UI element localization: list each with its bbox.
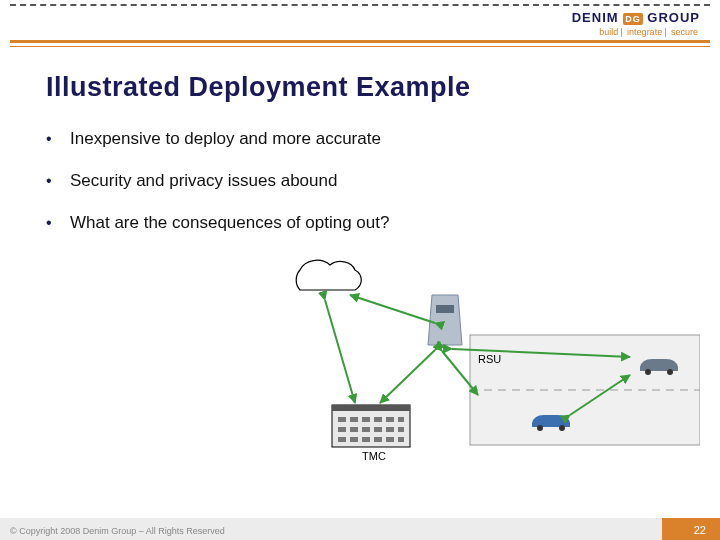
svg-rect-6 [436,305,454,313]
brand-right: GROUP [647,10,700,25]
rsu-icon [428,295,462,345]
rsu-label: RSU [478,353,501,365]
orange-rule-thick [10,40,710,43]
slide-header: DENIM DG GROUP build| integrate| secure [0,0,720,58]
svg-rect-13 [386,417,394,422]
copyright-text: © Copyright 2008 Denim Group – All Right… [10,526,225,536]
svg-rect-17 [362,427,370,432]
page-number: 22 [694,524,706,536]
bullet-icon: • [46,128,56,150]
list-item: • Security and privacy issues abound [46,170,680,192]
svg-rect-24 [374,437,382,442]
brand-block: DENIM DG GROUP build| integrate| secure [572,10,700,37]
slide-footer: © Copyright 2008 Denim Group – All Right… [0,518,720,540]
svg-rect-12 [374,417,382,422]
svg-point-2 [645,369,651,375]
svg-point-4 [559,425,565,431]
link-arrow [350,295,435,323]
list-item: • What are the consequences of opting ou… [46,212,680,234]
tag-integrate: integrate [625,27,664,37]
bullet-list: • Inexpensive to deploy and more accurat… [46,128,680,254]
list-item: • Inexpensive to deploy and more accurat… [46,128,680,150]
cloud-icon [296,260,361,290]
bullet-icon: • [46,170,56,192]
svg-point-5 [537,425,543,431]
svg-rect-9 [338,417,346,422]
link-arrow [380,350,435,403]
tag-secure: secure [669,27,700,37]
deployment-diagram: RSU TMC [270,255,700,485]
tag-build: build [597,27,620,37]
tmc-icon [332,405,410,447]
svg-rect-20 [398,427,404,432]
svg-rect-23 [362,437,370,442]
dashed-rule [10,4,710,6]
bullet-text: What are the consequences of opting out? [70,212,389,234]
svg-rect-8 [332,405,410,411]
tmc-label: TMC [362,450,386,462]
brand-badge: DG [623,13,643,25]
svg-rect-16 [350,427,358,432]
svg-rect-11 [362,417,370,422]
svg-rect-14 [398,417,404,422]
svg-point-3 [667,369,673,375]
svg-rect-21 [338,437,346,442]
bullet-icon: • [46,212,56,234]
svg-rect-22 [350,437,358,442]
slide-title: Illustrated Deployment Example [46,72,471,103]
svg-rect-26 [398,437,404,442]
bullet-text: Security and privacy issues abound [70,170,337,192]
brand-name: DENIM DG GROUP [572,10,700,25]
link-arrow [325,300,355,403]
brand-tagline: build| integrate| secure [572,27,700,37]
svg-rect-19 [386,427,394,432]
svg-rect-18 [374,427,382,432]
svg-rect-25 [386,437,394,442]
orange-rule-thin [10,46,710,47]
brand-left: DENIM [572,10,619,25]
svg-rect-10 [350,417,358,422]
slide: DENIM DG GROUP build| integrate| secure … [0,0,720,540]
bullet-text: Inexpensive to deploy and more accurate [70,128,381,150]
svg-rect-15 [338,427,346,432]
